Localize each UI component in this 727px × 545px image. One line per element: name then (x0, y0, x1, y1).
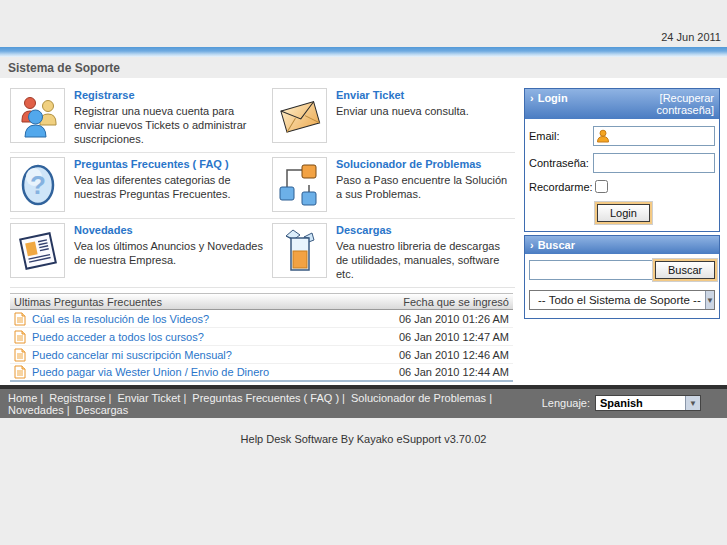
section-text: Preguntas Frecuentes ( FAQ ) Vea las dif… (74, 157, 264, 212)
login-button-row: Login (525, 196, 719, 231)
section-description: Vea las diferentes categorias de nuestra… (74, 173, 264, 201)
footer-link-solucionador[interactable]: Solucionador de Problemas (351, 392, 486, 404)
password-row: Contraseña: (525, 149, 719, 176)
footer-link-descargas[interactable]: Descargas (76, 404, 129, 416)
section-registrarse[interactable]: Registrarse Registrar una nueva cuenta p… (10, 88, 272, 146)
document-icon (14, 330, 26, 344)
section-row-3: Novedades Vea los últimos Anuncios y Nov… (10, 221, 515, 288)
link-separator: | (37, 392, 46, 404)
faq-date: 06 Jan 2010 12:47 AM (399, 331, 509, 343)
search-button[interactable]: Buscar (655, 261, 715, 279)
remember-row: Recordarme: (525, 176, 719, 196)
section-link-descargas[interactable]: Descargas (336, 224, 515, 236)
content-area: Registrarse Registrar una nueva cuenta p… (0, 78, 727, 385)
users-icon (10, 88, 65, 143)
search-box-header: › Buscar (525, 236, 719, 254)
section-link-registrarse[interactable]: Registrarse (74, 89, 264, 101)
remember-label: Recordarme: (529, 181, 593, 193)
language-label: Lenguaje: (542, 397, 590, 409)
section-novedades[interactable]: Novedades Vea los últimos Anuncios y Nov… (10, 223, 272, 281)
faq-table-title: Ultimas Preguntas Frecuentes (14, 296, 162, 308)
section-text: Solucionador de Problemas Paso a Paso en… (336, 157, 515, 212)
section-enviar-ticket[interactable]: Enviar Ticket Enviar una nueva consulta. (272, 88, 515, 146)
news-icon (10, 223, 65, 278)
section-descargas[interactable]: Descargas Vea nuestro libreria de descar… (272, 223, 515, 281)
footer-link-enviar-ticket[interactable]: Enviar Ticket (117, 392, 180, 404)
credits-line: Help Desk Software By Kayako eSupport v3… (0, 433, 727, 445)
section-description: Vea nuestro libreria de descargas de uti… (336, 239, 515, 281)
section-row-2: ? Preguntas Frecuentes ( FAQ ) Vea las d… (10, 155, 515, 219)
language-value: Spanish (596, 397, 647, 409)
document-icon (14, 348, 26, 362)
section-link-novedades[interactable]: Novedades (74, 224, 264, 236)
chevron-right-icon: › (530, 239, 534, 251)
section-text: Registrarse Registrar una nueva cuenta p… (74, 88, 264, 146)
faq-question-link[interactable]: Puedo cancelar mi suscripción Mensual? (14, 348, 232, 362)
svg-text:?: ? (30, 170, 46, 200)
section-link-solucionador[interactable]: Solucionador de Problemas (336, 158, 515, 170)
current-date: 24 Jun 2011 (661, 31, 721, 43)
main-sections: Registrarse Registrar una nueva cuenta p… (10, 86, 515, 382)
faq-row: Cúal es la resolución de los Videos? 06 … (10, 310, 513, 328)
flowchart-icon (272, 157, 327, 212)
section-text: Enviar Ticket Enviar una nueva consulta. (336, 88, 515, 146)
document-icon (14, 365, 26, 379)
language-area: Lenguaje: Spanish ▼ (542, 395, 701, 411)
section-link-faq[interactable]: Preguntas Frecuentes ( FAQ ) (74, 158, 264, 170)
chevron-down-icon: ▼ (705, 291, 714, 309)
faq-question-text: Puedo acceder a todos los cursos? (32, 331, 204, 343)
section-description: Paso a Paso encuentre la Solución a sus … (336, 173, 515, 201)
faq-question-link[interactable]: Cúal es la resolución de los Videos? (14, 312, 209, 326)
footer-link-registrarse[interactable]: Registrarse (49, 392, 105, 404)
recover-password-link[interactable]: [Recuperar contraseña] (618, 92, 714, 116)
remember-checkbox[interactable] (595, 180, 608, 193)
footer-link-novedades[interactable]: Novedades (8, 404, 64, 416)
footer-nav: Home| Registrarse| Enviar Ticket| Pregun… (8, 392, 498, 416)
document-icon (14, 312, 26, 326)
search-scope-value: -- Todo el Sistema de Soporte -- (530, 294, 705, 306)
section-text: Descargas Vea nuestro libreria de descar… (336, 223, 515, 281)
language-select[interactable]: Spanish ▼ (595, 395, 701, 411)
section-link-enviar-ticket[interactable]: Enviar Ticket (336, 89, 515, 101)
faq-row: Puedo acceder a todos los cursos? 06 Jan… (10, 328, 513, 346)
faq-table-header: Ultimas Preguntas Frecuentes Fecha que s… (10, 293, 513, 310)
faq-question-text: Puedo pagar via Wester Union / Envio de … (32, 366, 269, 378)
faq-row: Puedo pagar via Wester Union / Envio de … (10, 364, 513, 382)
latest-faq-table: Ultimas Preguntas Frecuentes Fecha que s… (10, 293, 513, 382)
link-separator: | (64, 404, 73, 416)
link-separator: | (339, 392, 348, 404)
downloads-box-icon (272, 223, 327, 278)
faq-date: 06 Jan 2010 12:44 AM (399, 366, 509, 378)
section-description: Enviar una nueva consulta. (336, 104, 515, 118)
envelope-icon (272, 88, 327, 143)
login-button[interactable]: Login (597, 204, 650, 222)
section-text: Novedades Vea los últimos Anuncios y Nov… (74, 223, 264, 281)
login-form: Email: Contraseña: (525, 119, 719, 231)
search-scope-select[interactable]: -- Todo el Sistema de Soporte -- ▼ (529, 290, 715, 310)
faq-question-link[interactable]: Puedo acceder a todos los cursos? (14, 330, 204, 344)
section-row-1: Registrarse Registrar una nueva cuenta p… (10, 86, 515, 153)
faq-question-text: Cúal es la resolución de los Videos? (32, 313, 209, 325)
question-icon: ? (10, 157, 65, 212)
section-solucionador[interactable]: Solucionador de Problemas Paso a Paso en… (272, 157, 515, 212)
email-field[interactable] (593, 126, 715, 146)
section-description: Vea los últimos Anuncios y Novedades de … (74, 239, 264, 267)
login-box-header: › Login [Recuperar contraseña] (525, 89, 719, 119)
email-label: Email: (529, 130, 593, 142)
footer: Home| Registrarse| Enviar Ticket| Pregun… (0, 389, 727, 418)
footer-link-home[interactable]: Home (8, 392, 37, 404)
faq-question-link[interactable]: Puedo pagar via Wester Union / Envio de … (14, 365, 269, 379)
support-portal-page: 24 Jun 2011 Sistema de Soporte (0, 0, 727, 545)
search-input[interactable] (529, 260, 655, 280)
page-title: Sistema de Soporte (8, 61, 120, 75)
password-field[interactable] (593, 153, 715, 173)
section-faq[interactable]: ? Preguntas Frecuentes ( FAQ ) Vea las d… (10, 157, 272, 212)
password-label: Contraseña: (529, 157, 593, 169)
header-accent-bar (0, 47, 727, 57)
chevron-down-icon: ▼ (685, 396, 700, 410)
faq-date: 06 Jan 2010 01:26 AM (399, 313, 509, 325)
footer-link-faq[interactable]: Preguntas Frecuentes ( FAQ ) (192, 392, 339, 404)
section-description: Registrar una nueva cuenta para enviar n… (74, 104, 264, 146)
email-row: Email: (525, 122, 719, 149)
login-box: › Login [Recuperar contraseña] Email: (524, 88, 720, 232)
